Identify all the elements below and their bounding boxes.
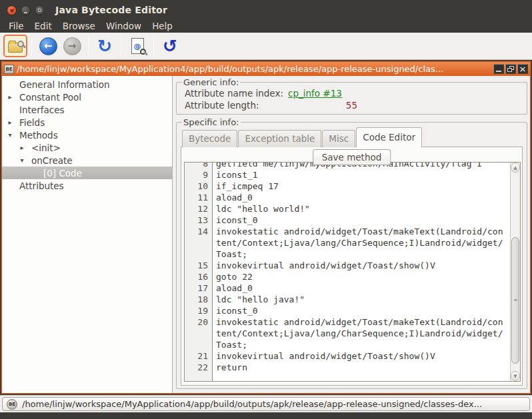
scroll-up-icon[interactable]: ▲ (511, 163, 520, 173)
window-close-button[interactable] (7, 5, 17, 15)
menu-window[interactable]: Window (101, 20, 147, 33)
toolbar-separator (31, 36, 32, 56)
taskbar-window-button[interactable]: BE /home/linjw/workspace/MyApplication4/… (2, 397, 530, 411)
generic-info-legend: Generic info: (182, 77, 240, 87)
class-editor-window: BE /home/linjw/workspace/MyApplication4/… (0, 60, 532, 395)
internal-taskbar: BE /home/linjw/workspace/MyApplication4/… (0, 395, 532, 412)
collapsed-arrow-icon[interactable]: ▸ (17, 144, 27, 151)
maximize-icon (38, 9, 41, 12)
tree-item-interfaces[interactable]: Interfaces (2, 103, 172, 116)
close-icon: × (518, 64, 527, 74)
taskbar-window-path: /home/linjw/workspace/MyApplication4/app… (22, 399, 482, 409)
attribute-length-label: Attribute length: (185, 99, 288, 111)
undo-icon: ↺ (163, 37, 177, 55)
refresh-icon: ↻ (97, 37, 112, 55)
collapsed-arrow-icon[interactable]: ▸ (5, 93, 15, 101)
code-line: 17aload_0 (185, 282, 510, 294)
tree-item-general-information[interactable]: General Information (2, 78, 172, 91)
taskbar-window-icon: BE (7, 399, 17, 410)
code-line: 9iconst_1 (185, 169, 510, 181)
tab-exception-table[interactable]: Exception table (238, 130, 321, 147)
tree-item-fields[interactable]: ▸Fields (2, 116, 172, 129)
bytecode-text-editor[interactable]: 8getfield me/linjw/myapplication/MainAct… (184, 162, 521, 382)
code-line: 16goto 22 (185, 271, 510, 282)
window-title: Java Bytecode Editor (55, 5, 167, 15)
scrollbar-thumb[interactable]: ≡ (511, 237, 519, 364)
specific-info-group: Specific info: Bytecode Exception table … (176, 117, 527, 389)
window-bottom-border (0, 412, 532, 419)
undo-button[interactable]: ↺ (158, 35, 182, 57)
window-titlebar: Java Bytecode Editor (0, 0, 532, 20)
child-window-title: /home/linjw/workspace/MyApplication4/app… (17, 64, 492, 74)
tree-item-methods[interactable]: ▾Methods (2, 129, 172, 141)
code-line: 14invokestatic android/widget/Toast/make… (185, 226, 510, 260)
code-line: 15invokevirtual android/widget/Toast/sho… (185, 260, 510, 271)
tree-item-code-selected[interactable]: [0] Code (2, 167, 172, 179)
code-line: 13iconst_0 (185, 214, 510, 226)
toolbar-separator (121, 36, 121, 56)
code-line: 11aload_0 (185, 192, 510, 203)
code-line: 22return (185, 362, 510, 373)
code-line: 19iconst_0 (185, 305, 510, 316)
child-minimize-button[interactable] (493, 64, 504, 74)
document-search-icon: @ (131, 38, 144, 54)
attribute-length-value: 55 (288, 99, 357, 111)
minimize-icon (24, 12, 27, 13)
window-maximize-button[interactable] (35, 5, 45, 15)
code-line: 12ldc "hello world!" (185, 203, 510, 214)
inspect-button[interactable]: @ (125, 35, 149, 57)
vertical-scrollbar[interactable]: ▲ ≡ ▼ (510, 163, 520, 381)
menubar: File Edit Browse Window Help (0, 20, 532, 33)
back-icon: ← (39, 37, 57, 55)
toolbar-separator (153, 36, 154, 56)
forward-icon: → (63, 37, 81, 55)
class-structure-tree: General Information ▸Constant Pool Inter… (2, 76, 173, 393)
tab-bytecode[interactable]: Bytecode (182, 130, 237, 147)
tree-item-constant-pool[interactable]: ▸Constant Pool (2, 91, 172, 103)
save-method-button[interactable]: Save method (313, 149, 391, 165)
attribute-detail-panel: Generic info: Attribute name index: cp_i… (173, 76, 530, 393)
specific-info-legend: Specific info: (182, 117, 241, 127)
tree-item-attributes[interactable]: Attributes (2, 179, 172, 192)
grip-icon: ≡ (513, 297, 518, 303)
code-editor-tab-panel: Save method 8getfield me/linjw/myapplica… (181, 147, 523, 386)
tree-item-init[interactable]: ▸<init> (2, 141, 172, 154)
tree-item-oncreate[interactable]: ▾onCreate (2, 154, 172, 167)
code-line: 10if_icmpeq 17 (185, 181, 510, 192)
forward-button: → (60, 35, 84, 57)
generic-info-group: Generic info: Attribute name index: cp_i… (176, 77, 527, 115)
code-line: 21invokevirtual android/widget/Toast/sho… (185, 350, 510, 362)
scroll-down-icon[interactable]: ▼ (511, 371, 520, 381)
child-window-icon: BE (4, 65, 14, 74)
child-close-button[interactable]: × (517, 64, 528, 74)
collapsed-arrow-icon[interactable]: ▸ (5, 119, 15, 126)
menu-help[interactable]: Help (147, 20, 178, 33)
open-class-button[interactable] (3, 35, 27, 57)
magnifier-icon (17, 41, 24, 47)
expanded-arrow-icon[interactable]: ▾ (17, 157, 27, 164)
menu-edit[interactable]: Edit (29, 20, 57, 33)
toolbar: ← → ↻ @ ↺ (0, 33, 532, 60)
attribute-name-index-label: Attribute name index: (185, 87, 288, 99)
menu-browse[interactable]: Browse (57, 20, 101, 33)
expanded-arrow-icon[interactable]: ▾ (5, 131, 15, 139)
back-button[interactable]: ← (36, 35, 60, 57)
minimize-icon (496, 71, 501, 72)
child-titlebar[interactable]: BE /home/linjw/workspace/MyApplication4/… (2, 62, 530, 76)
menu-file[interactable]: File (3, 20, 29, 33)
window-minimize-button[interactable] (21, 5, 31, 15)
tab-bar: Bytecode Exception table Misc Code Edito… (182, 127, 523, 147)
refresh-button[interactable]: ↻ (93, 35, 117, 57)
code-line: 20invokestatic android/widget/Toast/make… (185, 316, 510, 350)
cp-info-link[interactable]: cp_info #13 (288, 87, 357, 99)
toolbar-separator (88, 36, 89, 56)
tab-misc[interactable]: Misc (322, 130, 355, 147)
code-content[interactable]: 8getfield me/linjw/myapplication/MainAct… (185, 163, 510, 373)
code-line: 18ldc "hello java!" (185, 294, 510, 305)
tab-code-editor[interactable]: Code Editor (356, 127, 422, 147)
child-restore-button[interactable] (505, 64, 516, 74)
